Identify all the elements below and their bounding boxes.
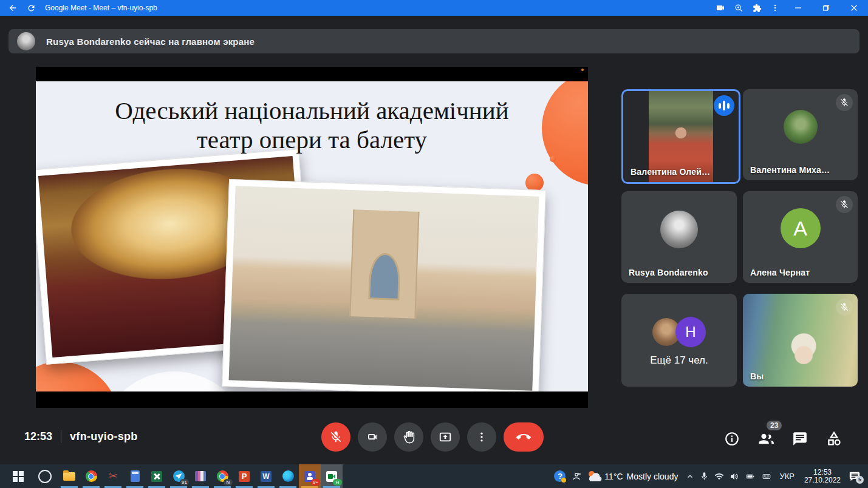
help-icon: ? [554,470,566,482]
touch-keyboard-icon[interactable] [761,472,772,481]
tray-overflow-chevron[interactable] [686,472,694,481]
taskbar-edge[interactable] [277,464,299,488]
overflow-avatar-letter: Н [675,317,706,347]
camera-toggle-button[interactable] [358,422,387,452]
meeting-code: vfn-uyio-spb [70,430,138,443]
tray-volume-icon[interactable] [730,472,739,481]
tray-microphone-icon[interactable] [700,472,709,481]
slide-title-line1: Одеський національний академічний [36,96,588,125]
avatar-letter: А [793,217,807,240]
taskbar-calculator[interactable] [124,464,146,488]
chrome-icon [86,470,97,482]
excel-icon [151,471,162,482]
get-help-button[interactable]: ? [554,470,566,482]
help-glyph: ? [558,472,562,481]
participant-name: Rusya Bondarenko [629,268,708,277]
close-button[interactable] [840,0,868,16]
taskbar-excel[interactable] [146,464,168,488]
extensions-icon[interactable] [748,0,766,16]
taskbar-telegram[interactable]: 91 [168,464,190,488]
winrar-icon [195,471,206,481]
participant-name: Валентина Миха… [750,165,830,175]
keyboard-language[interactable]: УКР [779,472,795,481]
taskbar-file-explorer[interactable] [58,464,80,488]
avatar-letter: Н [685,324,695,341]
weather-temp: 11°C [604,472,623,481]
mic-toggle-button[interactable] [321,422,350,452]
raise-hand-button[interactable] [394,422,423,452]
mic-off-icon [836,94,853,111]
taskbar-google-meet[interactable]: H [321,464,343,488]
presentation-slide: Одеський національний академічний театр … [36,81,588,391]
speaking-indicator-icon [714,95,734,116]
file-explorer-icon [63,472,75,481]
meeting-info: 12:53 vfn-uyio-spb [24,430,138,443]
participants-panel-button[interactable]: 23 [757,430,774,447]
participant-tile-valentina-mikha[interactable]: Валентина Миха… [743,89,858,180]
mic-off-icon [836,299,853,316]
slide-corner-dot [581,69,584,71]
participant-avatar [660,211,698,248]
decor-orange-circle-bottomleft [36,362,119,391]
participant-tile-valentina-oley[interactable]: Валентина Олей… [621,89,740,184]
photo-theater-exterior [222,179,546,391]
taskbar-snipping-tool[interactable]: ✂ [102,464,124,488]
minimize-button[interactable] [784,0,812,16]
edge-icon [282,470,294,482]
end-call-button[interactable] [504,422,544,452]
participant-name: Валентина Олей… [630,167,710,177]
overflow-participants-tile[interactable]: Н Ещё 17 чел. [621,294,737,387]
taskbar-chrome[interactable] [80,464,102,488]
presenting-toast[interactable]: Rusya Bondarenko сейчас на главном экран… [9,29,859,53]
people-tray-button[interactable] [571,471,582,482]
refresh-icon[interactable] [22,0,40,16]
tray-time: 12:53 [804,469,841,476]
weather-condition: Mostly cloudy [627,472,678,481]
meeting-details-button[interactable] [724,431,740,447]
notification-icon: 5 [849,471,861,482]
toast-avatar [17,32,35,50]
taskbar-chrome-profile[interactable]: N [211,464,233,488]
overflow-count-label: Ещё 17 чел. [621,354,737,367]
restore-button[interactable] [812,0,840,16]
tray-wifi-icon[interactable] [714,472,724,481]
participant-avatar [784,110,818,144]
browser-titlebar: Google Meet - Meet – vfn-uyio-spb [0,0,868,16]
taskbar-powerpoint[interactable]: P [233,464,255,488]
action-center-button[interactable]: 5 [849,471,861,482]
powerpoint-icon: P [239,471,250,482]
zoom-page-icon[interactable] [730,0,748,16]
weather-widget[interactable]: 11°C Mostly cloudy [587,471,680,482]
activities-button[interactable] [825,430,842,447]
tray-clock[interactable]: 12:53 27.10.2022 [804,469,841,484]
camera-permission-icon[interactable] [711,0,730,16]
present-screen-button[interactable] [431,422,460,452]
call-controls [321,422,544,452]
self-view-tile[interactable]: Вы [743,294,858,387]
participant-tile-rusya-bondarenko[interactable]: Rusya Bondarenko [621,191,737,283]
presentation-stage[interactable]: Одеський національний академічний театр … [36,67,588,408]
self-label: Вы [750,371,764,381]
participant-letter-avatar: А [781,208,821,248]
start-button[interactable] [6,464,30,488]
more-options-button[interactable] [467,422,496,452]
meet-account-badge: H [333,479,342,486]
clock-time: 12:53 [24,430,52,443]
tray-battery-icon[interactable] [745,472,756,481]
back-icon[interactable] [4,0,22,16]
taskbar-winrar[interactable] [190,464,211,488]
mic-off-icon [836,196,853,213]
chrome-profile-badge: N [224,479,233,486]
telegram-badge: 91 [180,479,189,486]
teams-badge: 9+ [311,479,320,486]
chat-panel-button[interactable] [792,431,808,447]
system-tray: ? 11°C Mostly cloudy [554,464,866,488]
taskbar-word[interactable]: W [255,464,277,488]
meeting-panels-bar: 23 [724,426,842,452]
tray-date: 27.10.2022 [804,476,841,484]
browser-menu-icon[interactable] [766,0,784,16]
google-meet-window: Google Meet - Meet – vfn-uyio-spb [0,0,868,488]
cortana-button[interactable] [34,464,56,488]
participant-tile-alena-chernat[interactable]: А Алена Чернат [743,191,858,283]
taskbar-teams[interactable]: 9+ [299,464,321,488]
